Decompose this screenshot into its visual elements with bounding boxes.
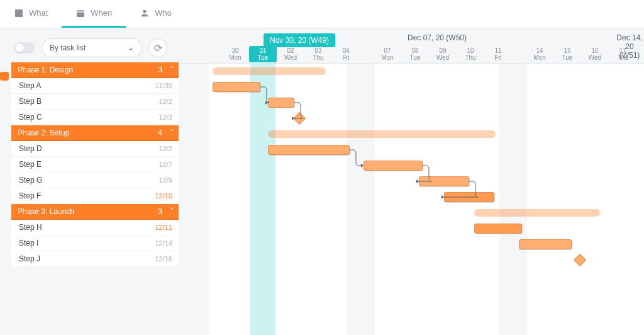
day-label: 08Tue bbox=[401, 47, 429, 61]
task-bar[interactable] bbox=[519, 239, 572, 249]
phase-bar[interactable] bbox=[474, 209, 600, 217]
svg-rect-1 bbox=[77, 10, 84, 17]
task-row[interactable]: Step G 12/9 bbox=[11, 173, 179, 188]
task-date: 12/3 bbox=[159, 113, 172, 121]
tab-who[interactable]: Who bbox=[126, 0, 186, 28]
task-name: Step A bbox=[19, 81, 41, 90]
task-date: 12/14 bbox=[155, 239, 172, 247]
task-name: Step D bbox=[19, 144, 42, 153]
day-label: 04Fri bbox=[332, 47, 360, 61]
time-header: Nov 30, 20 (W49)Dec 07, 20 (W50)Dec 14, … bbox=[181, 28, 644, 64]
day-label: 10Thu bbox=[457, 47, 484, 61]
task-bar[interactable] bbox=[213, 82, 260, 92]
svg-point-2 bbox=[143, 9, 147, 13]
task-bar[interactable] bbox=[364, 161, 423, 171]
phase-name: Phase 3: Launch bbox=[18, 207, 74, 216]
refresh-button[interactable]: ⟳ bbox=[148, 38, 167, 57]
milestone[interactable] bbox=[294, 113, 304, 123]
day-label: 14Mon bbox=[526, 47, 553, 61]
day-label: 03Thu bbox=[304, 47, 332, 61]
task-row[interactable]: Step E 12/7 bbox=[11, 157, 179, 173]
task-date: 12/2 bbox=[159, 145, 172, 152]
gantt-chart: Nov 30, 20 (W49)Dec 07, 20 (W50)Dec 14, … bbox=[181, 28, 644, 335]
phase-name: Phase 1: Design bbox=[18, 65, 73, 74]
task-bar[interactable] bbox=[419, 176, 469, 186]
task-row[interactable]: Step F 12/10 bbox=[11, 188, 179, 204]
select-value: By task list bbox=[50, 43, 86, 52]
day-label: 18Fri bbox=[636, 47, 644, 61]
chevron-down-icon: ⌄ bbox=[128, 43, 134, 52]
day-label: 09Wed bbox=[429, 47, 457, 61]
chart-body bbox=[181, 64, 644, 335]
task-row[interactable]: Step A 11/30 bbox=[11, 78, 179, 94]
day-label: 02Wed bbox=[277, 47, 304, 61]
phase-row[interactable]: Phase 1: Design 3 ˄ bbox=[11, 62, 179, 78]
task-name: Step G bbox=[19, 176, 42, 185]
task-row[interactable]: Step I 12/14 bbox=[11, 236, 179, 251]
phase-row[interactable]: Phase 2: Setup 4 ˄ bbox=[11, 125, 179, 141]
tab-label: When bbox=[91, 8, 112, 18]
day-label: 07Mon bbox=[374, 47, 401, 61]
chevron-up-icon: ˄ bbox=[170, 128, 174, 137]
task-name: Step F bbox=[19, 191, 41, 200]
sidebar: By task list ⌄ ⟳ Phase 1: Design 3 ˄ Ste… bbox=[0, 28, 181, 335]
week-label: Dec 07, 20 (W50) bbox=[408, 33, 467, 42]
day-label: 01Tue bbox=[249, 46, 277, 62]
task-name: Step E bbox=[19, 160, 42, 169]
tab-label: Who bbox=[155, 8, 172, 18]
task-list: Phase 1: Design 3 ˄ Step A 11/30 Step B … bbox=[0, 62, 181, 267]
person-icon bbox=[140, 8, 150, 18]
day-label: 16Wed bbox=[581, 47, 609, 61]
tab-label: What bbox=[29, 8, 48, 18]
tab-when[interactable]: When bbox=[62, 0, 126, 28]
task-bar[interactable] bbox=[474, 224, 522, 234]
task-name: Step B bbox=[19, 97, 42, 106]
day-label: 17Thu bbox=[609, 47, 636, 61]
task-date: 11/30 bbox=[155, 82, 172, 89]
day-label: 15Tue bbox=[553, 47, 581, 61]
sidebar-toolbar: By task list ⌄ ⟳ bbox=[0, 28, 181, 62]
view-tabs: What When Who bbox=[0, 0, 644, 28]
task-name: Step H bbox=[19, 223, 42, 232]
refresh-icon: ⟳ bbox=[154, 42, 162, 54]
task-date: 12/9 bbox=[159, 176, 172, 184]
task-date: 12/10 bbox=[155, 192, 172, 200]
task-date: 12/16 bbox=[155, 255, 172, 263]
tab-what[interactable]: What bbox=[0, 0, 62, 28]
phase-bar[interactable] bbox=[213, 67, 326, 75]
phase-count: 4 bbox=[158, 128, 162, 137]
task-name: Step J bbox=[19, 254, 40, 263]
week-label: Nov 30, 20 (W49) bbox=[264, 33, 335, 47]
task-bar[interactable] bbox=[444, 192, 494, 202]
task-bar[interactable] bbox=[268, 98, 294, 108]
phase-bar[interactable] bbox=[268, 130, 496, 138]
task-date: 12/7 bbox=[159, 161, 172, 168]
phase-row[interactable]: Phase 3: Launch 3 ˄ bbox=[11, 204, 179, 220]
phase-count: 3 bbox=[158, 65, 162, 74]
task-date: 12/11 bbox=[155, 224, 172, 231]
task-row[interactable]: Step C 12/3 bbox=[11, 110, 179, 125]
task-name: Step I bbox=[19, 239, 38, 247]
milestone[interactable] bbox=[575, 255, 585, 265]
view-toggle[interactable] bbox=[14, 42, 35, 54]
day-label: 11Fri bbox=[484, 47, 512, 61]
task-date: 12/2 bbox=[159, 98, 172, 105]
group-by-select[interactable]: By task list ⌄ bbox=[42, 38, 142, 57]
task-name: Step C bbox=[19, 113, 42, 122]
task-row[interactable]: Step J 12/16 bbox=[11, 251, 179, 267]
phase-name: Phase 2: Setup bbox=[18, 128, 69, 137]
day-label: 30Mon bbox=[221, 47, 249, 61]
chevron-up-icon: ˄ bbox=[170, 207, 174, 216]
svg-rect-0 bbox=[15, 9, 23, 17]
calendar-icon bbox=[75, 8, 86, 18]
chevron-up-icon: ˄ bbox=[170, 65, 174, 74]
task-row[interactable]: Step H 12/11 bbox=[11, 220, 179, 236]
task-row[interactable]: Step D 12/2 bbox=[11, 141, 179, 157]
task-bar[interactable] bbox=[268, 145, 350, 155]
task-row[interactable]: Step B 12/2 bbox=[11, 94, 179, 110]
checklist-icon bbox=[14, 8, 24, 18]
reorder-handle-icon[interactable] bbox=[0, 72, 9, 81]
phase-count: 3 bbox=[158, 207, 162, 216]
